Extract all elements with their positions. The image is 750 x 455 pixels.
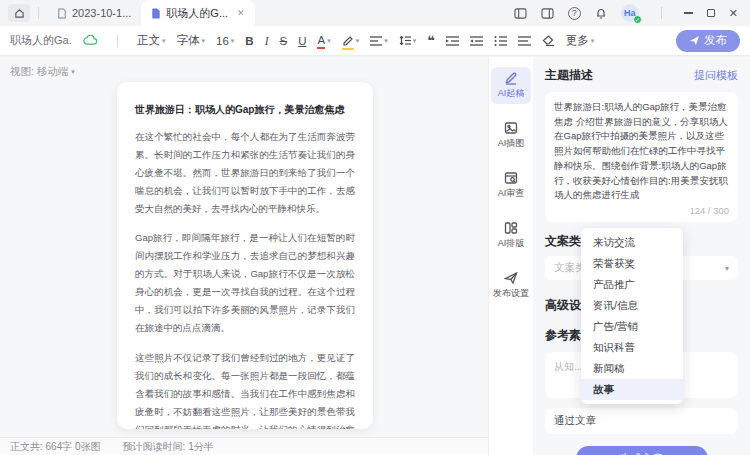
controls-divider bbox=[661, 7, 662, 19]
titlebar-divider bbox=[38, 7, 39, 19]
more-menu-button[interactable]: 更多▾ bbox=[566, 33, 595, 48]
strikethrough-button[interactable]: S bbox=[280, 35, 288, 47]
paragraph-style-value: 正文 bbox=[137, 33, 160, 48]
topic-text[interactable]: 世界旅游日:职场人的Gap旅行，美景治愈焦虑 介绍世界旅游日的意义，分享职场人在… bbox=[554, 100, 729, 203]
generate-article-button[interactable]: 生成文章 bbox=[576, 446, 708, 455]
align-left-icon bbox=[370, 36, 382, 46]
indent-decrease-icon bbox=[470, 36, 483, 46]
question-template-link[interactable]: 提问模板 bbox=[694, 68, 738, 83]
rail-label: 发布设置 bbox=[493, 287, 529, 300]
chevron-down-icon: ▾ bbox=[591, 37, 595, 45]
titlebar-controls: ? Ha ✓ ✕ bbox=[514, 4, 750, 22]
bold-button[interactable]: B bbox=[245, 35, 253, 47]
publish-label: 发布 bbox=[704, 33, 727, 48]
article-source-option[interactable]: 通过文章 bbox=[545, 408, 738, 434]
blockquote-button[interactable]: ❝ bbox=[427, 33, 435, 48]
maximize-button[interactable] bbox=[707, 9, 715, 17]
dropdown-option-selected[interactable]: 故事 bbox=[581, 379, 683, 400]
indent-increase-button[interactable] bbox=[446, 36, 459, 46]
publish-button[interactable]: 发布 bbox=[676, 30, 740, 52]
document-paragraph[interactable]: 在这个繁忙的社会中，每个人都在为了生活而奔波劳累。长时间的工作压力和紧张的生活节… bbox=[135, 128, 355, 218]
reading-time: 预计阅读时间: 1分半 bbox=[123, 440, 214, 454]
help-icon[interactable]: ? bbox=[568, 7, 581, 20]
font-color-button[interactable]: A▾ bbox=[317, 35, 330, 47]
font-color-a: A bbox=[317, 35, 325, 47]
chevron-down-icon: ▾ bbox=[725, 264, 729, 273]
dropdown-option[interactable]: 资讯/信息 bbox=[581, 295, 683, 316]
document-paragraph[interactable]: 这些照片不仅记录了我们曾经到过的地方，更见证了我们的成长和变化。每一张照片都是一… bbox=[135, 349, 355, 429]
view-mode-label: 视图: 移动端 bbox=[10, 65, 68, 79]
document-title[interactable]: 世界旅游日：职场人的Gap旅行，美景治愈焦虑 bbox=[135, 102, 355, 118]
tab-label: 2023-10-1... bbox=[72, 7, 131, 19]
dropdown-option[interactable]: 知识科普 bbox=[581, 337, 683, 358]
clear-format-button[interactable] bbox=[542, 35, 555, 46]
titlebar: 2023-10-1... 职场人的G... ✕ ? Ha ✓ ✕ bbox=[0, 0, 750, 26]
ai-tool-rail: AI起稿 AI插图 AI审查 AI排版 发布设置 bbox=[488, 57, 533, 455]
rail-item-ai-layout[interactable]: AI排版 bbox=[491, 217, 531, 254]
line-height-icon bbox=[399, 35, 411, 46]
verified-badge-icon: ✓ bbox=[633, 15, 642, 24]
ordered-list-button[interactable] bbox=[494, 36, 507, 46]
bullet-list-icon bbox=[518, 36, 531, 46]
tab-label: 职场人的G... bbox=[166, 6, 228, 21]
view-mode-select[interactable]: 视图: 移动端 ▾ bbox=[10, 65, 75, 79]
close-window-button[interactable]: ✕ bbox=[729, 7, 738, 20]
app-window: 2023-10-1... 职场人的G... ✕ ? Ha ✓ ✕ 职场人的Ga.… bbox=[0, 0, 750, 455]
toolbar-divider bbox=[117, 35, 118, 47]
home-button[interactable] bbox=[8, 4, 30, 22]
more-label: 更多 bbox=[566, 33, 589, 48]
font-size-value: 16 bbox=[216, 35, 229, 47]
rail-item-ai-draft[interactable]: AI起稿 bbox=[491, 67, 531, 104]
tab-close-icon[interactable]: ✕ bbox=[237, 8, 245, 18]
pen-icon bbox=[504, 71, 518, 85]
editor-statusbar: 正文共: 664字 0张图 预计阅读时间: 1分半 bbox=[0, 437, 488, 455]
document-paragraph[interactable]: Gap旅行，即间隔年旅行，是一种让人们在短暂的时间内摆脱工作和学业压力，去追求自… bbox=[135, 229, 355, 337]
eraser-icon bbox=[542, 35, 555, 46]
font-family-select[interactable]: 字体▾ bbox=[177, 33, 206, 48]
article-source-label: 通过文章 bbox=[554, 414, 596, 428]
rail-item-publish-settings[interactable]: 发布设置 bbox=[491, 267, 531, 304]
document-page[interactable]: 世界旅游日：职场人的Gap旅行，美景治愈焦虑 在这个繁忙的社会中，每个人都在为了… bbox=[117, 82, 373, 429]
user-avatar[interactable]: Ha ✓ bbox=[621, 4, 639, 22]
chevron-down-icon: ▾ bbox=[327, 37, 331, 45]
dropdown-option[interactable]: 来访交流 bbox=[581, 232, 683, 253]
chevron-down-icon: ▾ bbox=[356, 37, 360, 45]
align-button[interactable]: ▾ bbox=[370, 36, 388, 46]
minimize-button[interactable] bbox=[684, 12, 693, 14]
font-size-select[interactable]: 16▾ bbox=[216, 35, 234, 47]
dropdown-option[interactable]: 产品推广 bbox=[581, 274, 683, 295]
doc-search-icon bbox=[504, 171, 518, 185]
panel-layout-icon[interactable] bbox=[541, 8, 554, 19]
indent-increase-icon bbox=[446, 36, 459, 46]
bullet-list-button[interactable] bbox=[518, 36, 531, 46]
italic-button[interactable]: I bbox=[265, 35, 269, 47]
ai-draft-panel: 主题描述 提问模板 世界旅游日:职场人的Gap旅行，美景治愈焦虑 介绍世界旅游日… bbox=[533, 57, 750, 455]
notifications-bell-icon[interactable] bbox=[595, 7, 607, 20]
topic-textarea[interactable]: 世界旅游日:职场人的Gap旅行，美景治愈焦虑 介绍世界旅游日的意义，分享职场人在… bbox=[545, 92, 738, 222]
tab-document-2-active[interactable]: 职场人的G... ✕ bbox=[141, 0, 254, 26]
highlight-button[interactable]: ▾ bbox=[342, 35, 360, 47]
dropdown-option[interactable]: 新闻稿 bbox=[581, 358, 683, 379]
dropdown-option[interactable]: 荣誉获奖 bbox=[581, 253, 683, 274]
rail-label: AI插图 bbox=[498, 137, 525, 150]
paper-plane-icon bbox=[504, 271, 518, 285]
main-area: 视图: 移动端 ▾ 世界旅游日：职场人的Gap旅行，美景治愈焦虑 在这个繁忙的社… bbox=[0, 57, 750, 455]
chevron-down-icon: ▾ bbox=[231, 37, 235, 45]
rail-item-ai-review[interactable]: AI审查 bbox=[491, 167, 531, 204]
paragraph-style-select[interactable]: 正文▾ bbox=[137, 33, 166, 48]
document-name[interactable]: 职场人的Ga... bbox=[10, 33, 72, 48]
rail-label: AI起稿 bbox=[498, 87, 525, 100]
rail-item-ai-image[interactable]: AI插图 bbox=[491, 117, 531, 154]
dropdown-option[interactable]: 广告/营销 bbox=[581, 316, 683, 337]
rail-label: AI审查 bbox=[498, 187, 525, 200]
tab-document-1[interactable]: 2023-10-1... bbox=[47, 0, 141, 26]
underline-button[interactable]: U bbox=[298, 35, 306, 47]
chevron-down-icon: ▾ bbox=[71, 68, 75, 76]
line-height-button[interactable]: ▾ bbox=[399, 35, 417, 46]
indent-decrease-button[interactable] bbox=[470, 36, 483, 46]
chevron-down-icon: ▾ bbox=[384, 37, 388, 45]
file-icon bbox=[57, 8, 67, 19]
sidebar-layout-icon[interactable] bbox=[514, 8, 527, 19]
chevron-down-icon: ▾ bbox=[413, 37, 417, 45]
reference-hint: 从知... bbox=[554, 361, 582, 372]
